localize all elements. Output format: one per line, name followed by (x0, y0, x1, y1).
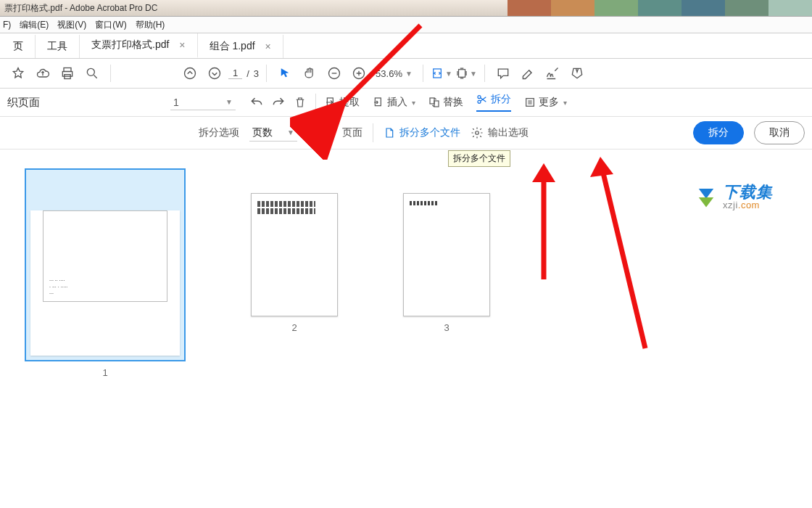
hand-icon[interactable] (299, 62, 320, 84)
watermark-domain: xzji.com (723, 200, 773, 210)
output-options-label: 输出选项 (488, 126, 529, 139)
tab-home-label: 页 (13, 40, 23, 53)
page-thumbnail (251, 193, 338, 316)
replace-button[interactable]: 替换 (428, 96, 463, 109)
separator (484, 65, 485, 82)
zoom-text: 53.6% (376, 68, 402, 79)
sign-icon[interactable] (542, 62, 563, 84)
tab-home[interactable]: 页 (1, 35, 36, 58)
search-icon[interactable] (81, 62, 103, 84)
menubar: F) 编辑(E) 视图(V) 窗口(W) 帮助(H) (0, 17, 812, 33)
tab-active[interactable]: 支票打印格式.pdf × (80, 33, 198, 58)
split-confirm-button[interactable]: 拆分 (693, 121, 744, 144)
split-multiple-label: 拆分多个文件 (399, 126, 460, 139)
split-mode-select[interactable]: 页数 ▼ (249, 125, 297, 142)
thumb-3[interactable]: 3 (403, 193, 490, 333)
zoom-in-icon[interactable] (348, 62, 370, 84)
extract-button[interactable]: 提取 (325, 96, 360, 109)
separator (266, 65, 267, 82)
menu-edit[interactable]: 编辑(E) (20, 19, 49, 31)
pointer-icon[interactable] (274, 62, 296, 84)
more-button[interactable]: 更多 ▾ (524, 96, 567, 109)
page-up-icon[interactable] (179, 62, 201, 84)
watermark-name: 下载集 (723, 184, 773, 200)
insert-label: 插入 (387, 96, 407, 109)
split-button[interactable]: 拆分 (476, 93, 511, 112)
redo-icon[interactable] (268, 91, 289, 113)
star-icon[interactable] (7, 62, 29, 84)
split-options-label: 拆分选项 (199, 126, 239, 139)
page-down-icon[interactable] (204, 62, 225, 84)
page-selector[interactable]: 1 ▼ (170, 95, 236, 110)
chevron-down-icon: ▼ (445, 70, 452, 78)
scroll-icon[interactable]: ▼ (455, 62, 477, 84)
menu-window[interactable]: 窗口(W) (95, 19, 126, 31)
zoom-out-icon[interactable] (323, 62, 345, 84)
split-options-bar: 拆分选项 页数 ▼ 页面 拆分多个文件 输出选项 拆分 取消 拆分多个文件 (0, 117, 812, 149)
organize-bar: 织页面 1 ▼ 提取 插入 ▾ 替换 拆分 更多 ▾ (0, 89, 812, 117)
separator (315, 94, 316, 111)
cloud-up-icon[interactable] (32, 62, 54, 84)
trash-icon[interactable] (289, 91, 311, 113)
insert-button[interactable]: 插入 ▾ (373, 96, 415, 109)
thumb-1[interactable]: ··· ·· ····· ··· · ········ 1 (25, 168, 186, 378)
chevron-down-icon: ▼ (225, 98, 233, 106)
split-confirm-label: 拆分 (708, 126, 729, 139)
split-count-input[interactable] (307, 126, 332, 141)
split-mode-value: 页数 (252, 126, 273, 139)
page-current[interactable]: 1 (228, 67, 242, 79)
svg-point-17 (476, 131, 479, 135)
page-number: 2 (291, 322, 297, 333)
chevron-down-icon: ▾ (412, 99, 415, 107)
comment-icon[interactable] (492, 62, 514, 84)
tab-tools-label: 工具 (47, 40, 67, 53)
separator (110, 65, 111, 82)
chevron-down-icon: ▾ (563, 99, 567, 107)
split-multiple-button[interactable]: 拆分多个文件 (384, 126, 460, 139)
svg-rect-12 (430, 98, 434, 104)
stamp-icon[interactable] (566, 62, 588, 84)
menu-view[interactable]: 视图(V) (57, 19, 86, 31)
page-indicator: 1 / 3 (228, 67, 259, 79)
output-options-button[interactable]: 输出选项 (471, 126, 529, 139)
tab-active-label: 支票打印格式.pdf (91, 38, 169, 52)
titlebar-decor (508, 0, 812, 16)
thumb-2[interactable]: 2 (251, 193, 338, 333)
close-icon[interactable]: × (179, 39, 185, 51)
print-icon[interactable] (57, 62, 78, 84)
svg-rect-9 (458, 70, 465, 78)
tabstrip: 页 工具 支票打印格式.pdf × 组合 1.pdf × (0, 33, 812, 59)
tab-tools[interactable]: 工具 (36, 35, 80, 58)
thumbnail-area: ··· ·· ····· ··· · ········ 1 2 3 (0, 149, 812, 397)
highlight-icon[interactable] (517, 62, 539, 84)
gear-icon (471, 126, 484, 139)
tab-other-label: 组合 1.pdf (210, 40, 255, 53)
insert-icon (373, 97, 384, 108)
more-icon (524, 97, 536, 108)
replace-label: 替换 (443, 96, 463, 109)
unit-label: 页面 (342, 126, 362, 139)
svg-point-5 (210, 68, 220, 79)
page-thumbnail (403, 193, 490, 316)
separator (373, 123, 373, 142)
main-toolbar: 1 / 3 53.6% ▼ ▼ ▼ (0, 59, 812, 89)
cancel-button[interactable]: 取消 (754, 121, 805, 144)
page-thumbnail: ··· ·· ····· ··· · ········ (30, 210, 180, 356)
close-icon[interactable]: × (265, 41, 271, 52)
menu-help[interactable]: 帮助(H) (136, 19, 165, 31)
download-icon (694, 185, 718, 210)
fit-icon[interactable]: ▼ (431, 62, 452, 84)
cancel-label: 取消 (769, 126, 790, 139)
menu-file[interactable]: F) (3, 20, 11, 30)
undo-icon[interactable] (246, 91, 268, 113)
page-number: 1 (102, 367, 107, 378)
chevron-down-icon: ▼ (287, 128, 294, 136)
svg-rect-0 (64, 68, 71, 72)
watermark: 下载集 xzji.com (694, 184, 773, 210)
zoom-value[interactable]: 53.6% ▼ (373, 68, 415, 79)
tab-other[interactable]: 组合 1.pdf × (198, 35, 283, 58)
titlebar: 票打印格式.pdf - Adobe Acrobat Pro DC (0, 0, 812, 17)
split-label: 拆分 (491, 93, 511, 106)
page-number: 3 (444, 322, 449, 333)
document-icon (384, 126, 395, 139)
